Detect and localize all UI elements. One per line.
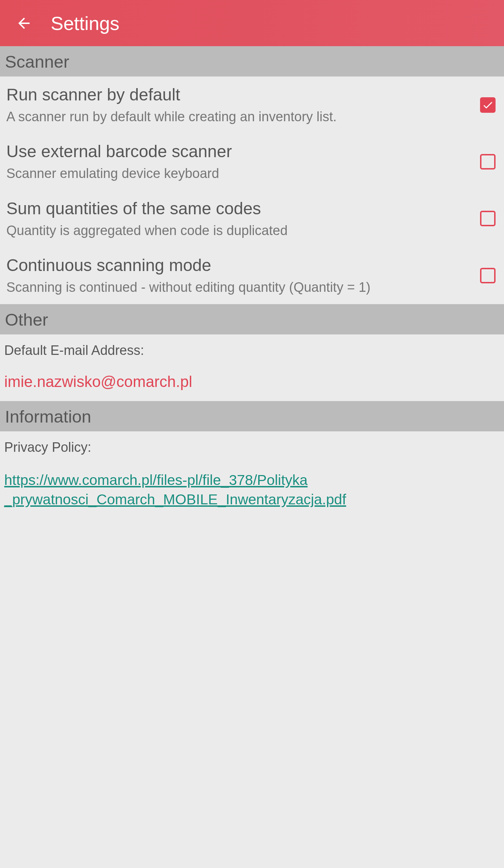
setting-desc: Quantity is aggregated when code is dupl… bbox=[6, 222, 473, 239]
setting-title: Use external barcode scanner bbox=[6, 141, 473, 162]
privacy-policy-link[interactable]: https://www.comarch.pl/files-pl/file_378… bbox=[0, 463, 504, 520]
checkbox-sum-quantities[interactable] bbox=[480, 211, 496, 226]
page-title: Settings bbox=[51, 12, 119, 34]
back-button[interactable] bbox=[13, 13, 35, 34]
setting-sum-quantities[interactable]: Sum quantities of the same codes Quantit… bbox=[0, 190, 504, 247]
checkbox-external-barcode-scanner[interactable] bbox=[480, 154, 496, 170]
setting-desc: Scanning is continued - without editing … bbox=[6, 279, 473, 296]
section-header-information: Information bbox=[0, 401, 504, 431]
arrow-back-icon bbox=[15, 15, 32, 32]
section-header-scanner: Scanner bbox=[0, 46, 504, 76]
default-email-label: Default E-mail Address: bbox=[4, 343, 500, 358]
setting-title: Continuous scanning mode bbox=[6, 255, 473, 276]
app-bar: Settings bbox=[0, 0, 504, 46]
privacy-policy-label-row: Privacy Policy: bbox=[0, 431, 504, 463]
setting-run-scanner-default[interactable]: Run scanner by default A scanner run by … bbox=[0, 76, 504, 133]
setting-text: Sum quantities of the same codes Quantit… bbox=[6, 198, 480, 239]
checkbox-run-scanner-default[interactable] bbox=[480, 97, 496, 113]
setting-external-barcode-scanner[interactable]: Use external barcode scanner Scanner emu… bbox=[0, 133, 504, 190]
check-icon bbox=[482, 99, 494, 111]
setting-desc: A scanner run by default while creating … bbox=[6, 108, 473, 125]
setting-text: Continuous scanning mode Scanning is con… bbox=[6, 255, 480, 296]
checkbox-continuous-scanning[interactable] bbox=[480, 268, 496, 283]
setting-continuous-scanning[interactable]: Continuous scanning mode Scanning is con… bbox=[0, 247, 504, 304]
privacy-policy-label: Privacy Policy: bbox=[4, 440, 500, 455]
setting-desc: Scanner emulating device keyboard bbox=[6, 165, 473, 182]
setting-text: Use external barcode scanner Scanner emu… bbox=[6, 141, 480, 182]
default-email-label-row: Default E-mail Address: bbox=[0, 334, 504, 367]
setting-text: Run scanner by default A scanner run by … bbox=[6, 84, 480, 125]
setting-title: Run scanner by default bbox=[6, 84, 473, 105]
setting-title: Sum quantities of the same codes bbox=[6, 198, 473, 219]
section-header-other: Other bbox=[0, 304, 504, 334]
default-email-value[interactable]: imie.nazwisko@comarch.pl bbox=[0, 367, 504, 401]
